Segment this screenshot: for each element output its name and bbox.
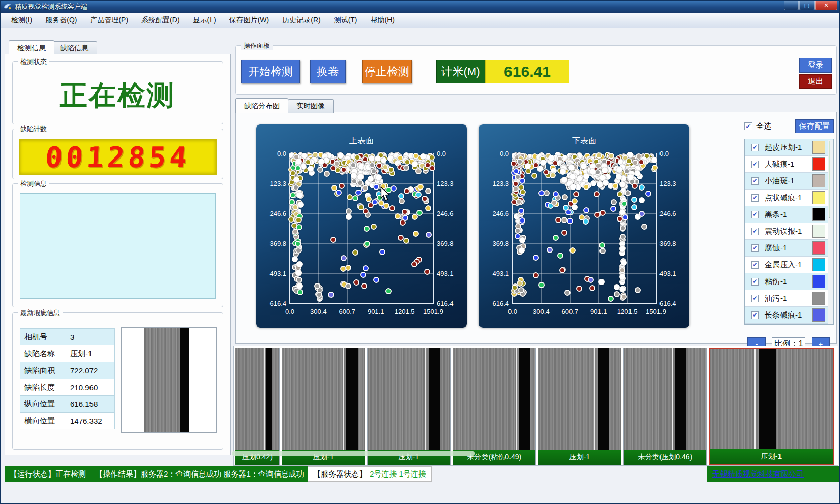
legend-item[interactable]: ✔粘伤-1 (745, 273, 833, 290)
menu-item[interactable]: 系统配置(D) (135, 13, 186, 28)
left-panel: 检测状态 正在检测 缺陷计数 0012854 检测信息 最新瑕疵信息 相机号3缺… (5, 54, 231, 455)
legend-item[interactable]: ✔腐蚀-1 (745, 240, 833, 257)
start-detect-button[interactable]: 开始检测 (241, 60, 300, 83)
table-key: 纵向位置 (20, 396, 66, 413)
legend-item-checkbox[interactable]: ✔ (751, 161, 759, 168)
table-value: 722.072 (66, 362, 115, 379)
legend-item[interactable]: ✔点状碱痕-1 (745, 190, 833, 206)
legend-item[interactable]: ✔小油斑-1 (745, 173, 833, 190)
defect-dot (372, 199, 378, 205)
menu-item[interactable]: 测试(T) (327, 13, 364, 28)
logout-button[interactable]: 退出 (799, 74, 832, 89)
defect-thumbnail[interactable]: 未分类(压划0.46) (623, 348, 707, 465)
defect-dot (547, 247, 553, 253)
defect-dot (550, 172, 556, 178)
menu-item[interactable]: 显示(L) (187, 13, 223, 28)
legend-item-checkbox[interactable]: ✔ (751, 261, 759, 269)
defect-dot (639, 197, 645, 203)
defect-dot (531, 173, 537, 179)
detect-info-box[interactable] (20, 193, 216, 299)
tab-detect-info[interactable]: 检测信息 (9, 40, 54, 55)
legend-item[interactable]: ✔油污-1 (745, 290, 833, 307)
defect-dot (295, 159, 302, 165)
save-config-button[interactable]: 保存配置 (795, 119, 834, 133)
defect-thumbnail[interactable]: 未分类(粘伤0.49) (453, 348, 536, 465)
defect-dot (417, 184, 424, 190)
defect-dot (350, 162, 356, 168)
tab-defect-map[interactable]: 缺陷分布图 (235, 98, 288, 113)
defect-thumbnail[interactable]: 压划-1 (538, 348, 621, 465)
defect-dot (561, 230, 567, 236)
legend-item[interactable]: ✔金属压入-1 (745, 257, 833, 273)
tab-live-image[interactable]: 实时图像 (288, 99, 334, 113)
defect-dot (352, 195, 358, 201)
legend-item-checkbox[interactable]: ✔ (751, 228, 759, 235)
y-tick-label-right: 369.8 (656, 240, 676, 247)
defect-legend-list: ✔起皮压划-1✔大碱痕-1✔小油斑-1✔点状碱痕-1✔黑条-1✔震动误报-1✔腐… (744, 139, 834, 325)
legend-item-checkbox[interactable]: ✔ (751, 144, 759, 151)
defect-thumbnail-label: 未分类(压划0.46) (624, 450, 706, 465)
latest-defect-image (121, 327, 217, 433)
defect-dot (625, 190, 631, 196)
stop-detect-button[interactable]: 停止检测 (362, 60, 412, 83)
defect-dot (429, 165, 435, 171)
menu-item[interactable]: 检测(I) (5, 13, 39, 28)
defect-thumbnail-selected[interactable]: 压划-1 (709, 348, 834, 465)
menu-item[interactable]: 帮助(H) (364, 13, 401, 28)
legend-item[interactable]: ✔长条碱痕-1 (745, 307, 833, 324)
defect-dot (296, 277, 302, 283)
legend-scrollbar[interactable] (828, 140, 833, 324)
legend-item-label: 腐蚀-1 (765, 243, 787, 253)
defect-dot (619, 286, 625, 292)
y-tick-label-right: 493.1 (656, 270, 676, 277)
defect-dot (413, 153, 419, 159)
login-button[interactable]: 登录 (799, 58, 832, 73)
chart-plot-area: 0.00.0123.3123.3246.6246.6369.8369.8493.… (512, 153, 657, 304)
defect-dot (402, 215, 408, 221)
defect-dot (385, 288, 392, 294)
defect-dot (296, 283, 303, 289)
menu-item[interactable]: 产品管理(P) (83, 13, 135, 28)
menu-item[interactable]: 服务器(Q) (39, 13, 83, 28)
change-roll-button[interactable]: 换卷 (310, 60, 346, 83)
legend-item[interactable]: ✔黑条-1 (745, 206, 833, 223)
defect-dot (639, 184, 645, 191)
legend-item-checkbox[interactable]: ✔ (751, 244, 759, 252)
legend-item-checkbox[interactable]: ✔ (751, 211, 759, 218)
title-bar[interactable]: 精质视觉检测系统客户端 – ▢ ✕ (1, 1, 839, 13)
tab-defect-map-label: 缺陷分布图 (244, 102, 280, 111)
defect-dot (513, 186, 519, 192)
menu-item[interactable]: 保存图片(W) (223, 13, 276, 28)
defect-dot (588, 277, 594, 283)
defect-dot (619, 274, 625, 280)
chart-plot-area: 0.00.0123.3123.3246.6246.6369.8369.8493.… (289, 153, 434, 304)
legend-item-checkbox[interactable]: ✔ (751, 311, 759, 319)
legend-item-checkbox[interactable]: ✔ (751, 278, 759, 286)
defect-dot (369, 162, 375, 168)
maximize-button[interactable]: ▢ (799, 1, 815, 10)
company-link[interactable]: 无锡精质视觉科技有限公司 (712, 469, 804, 479)
chart-lower-surface[interactable]: 下表面0.00.0123.3123.3246.6246.6369.8369.84… (479, 124, 689, 328)
legend-item[interactable]: ✔震动误报-1 (745, 223, 833, 240)
legend-item[interactable]: ✔大碱痕-1 (745, 156, 833, 173)
tab-defect-info[interactable]: 缺陷信息 (51, 41, 97, 55)
select-all-checkbox[interactable]: ✔ (744, 122, 752, 130)
table-key: 相机号 (20, 329, 66, 345)
defect-thumbnail[interactable]: 压划-1 (367, 348, 451, 465)
defect-thumbnail[interactable]: 压划0.42) (235, 348, 280, 465)
menu-item[interactable]: 历史记录(R) (276, 13, 327, 28)
y-tick-label: 246.6 (492, 210, 513, 217)
y-tick-label: 246.6 (269, 210, 290, 217)
chart-upper-surface[interactable]: 上表面0.00.0123.3123.3246.6246.6369.8369.84… (256, 124, 467, 328)
defect-dot (338, 152, 344, 159)
legend-item-checkbox[interactable]: ✔ (751, 295, 759, 302)
defect-thumbnail[interactable]: 压划-1 (282, 348, 365, 465)
legend-item[interactable]: ✔起皮压划-1 (745, 139, 833, 156)
thumbnail-scrollbar-thumb[interactable] (232, 451, 475, 456)
legend-scrollbar-thumb[interactable] (829, 141, 830, 218)
legend-item-checkbox[interactable]: ✔ (751, 177, 759, 185)
legend-item-label: 金属压入-1 (765, 260, 802, 270)
minimize-button[interactable]: – (784, 1, 799, 10)
legend-item-checkbox[interactable]: ✔ (751, 194, 759, 202)
close-button[interactable]: ✕ (815, 1, 837, 10)
